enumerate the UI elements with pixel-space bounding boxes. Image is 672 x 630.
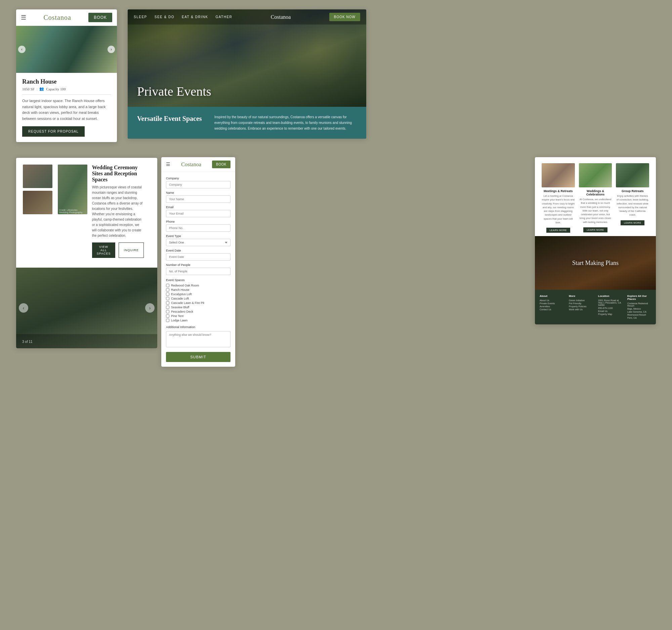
spaces-label: Event Spaces xyxy=(166,278,231,282)
mobile-card: ☰ Costanoa BOOK ‹ › Ranch House 1050 SF … xyxy=(16,9,117,142)
nav-gather[interactable]: GATHER xyxy=(215,15,232,19)
space-checkbox-3[interactable] xyxy=(166,297,169,300)
form-hamburger-icon[interactable]: ☰ xyxy=(166,161,170,167)
venue-icon: 👥 xyxy=(39,86,44,91)
space-checkbox-7[interactable] xyxy=(166,314,169,318)
event-card-btn-1[interactable]: LEARN MORE xyxy=(583,227,607,232)
additional-textarea[interactable] xyxy=(166,331,231,347)
form-header: ☰ Costanoa BOOK xyxy=(161,157,235,172)
checkbox-row-7: Pine Tent xyxy=(166,314,231,318)
spaces-checkboxes: Redwood Oak Room Ranch House Eucalyptus … xyxy=(166,284,231,322)
email-input[interactable] xyxy=(166,210,231,217)
footer-explore-link-3[interactable]: Riverwood Resort xyxy=(627,314,651,316)
slider-prev-button[interactable]: ‹ xyxy=(19,303,28,313)
footer-about-link-0[interactable]: About Us xyxy=(539,299,563,302)
footer-phone[interactable]: 650-879-1100 xyxy=(598,307,622,309)
checkbox-row-0: Redwood Oak Room xyxy=(166,284,231,287)
footer-about-link-3[interactable]: Contact Us xyxy=(539,308,563,311)
footer-explore-link-0[interactable]: Costanoa Redwood Resort xyxy=(627,302,651,307)
space-label-6: Pescadero Deck xyxy=(171,310,193,313)
footer-more-title: More xyxy=(569,295,593,298)
photo-credit: Credit: Lifestories Wedding Photography xyxy=(59,209,87,213)
footer-explore-link-4[interactable]: Fern, CA xyxy=(627,317,651,319)
image-prev-button[interactable]: ‹ xyxy=(18,46,26,53)
num-people-input[interactable] xyxy=(166,268,231,275)
rfp-button[interactable]: REQUEST FOR PROPOSAL xyxy=(22,126,85,137)
slider-next-button[interactable]: › xyxy=(145,303,154,313)
event-card-image-0 xyxy=(542,163,575,187)
checkbox-row-2: Eucalyptus Loft xyxy=(166,293,231,296)
form-body: Company Name Email Phone Event Type Sele… xyxy=(161,172,235,367)
event-card-btn-2[interactable]: LEARN MORE xyxy=(621,220,644,225)
venue-title: Ranch House xyxy=(22,78,111,85)
wedding-top: Credit: Lifestories Wedding Photography … xyxy=(16,158,157,267)
footer-map[interactable]: Property Map xyxy=(598,313,622,315)
footer-about-link-1[interactable]: Private Events xyxy=(539,302,563,305)
footer-explore-link-1[interactable]: Baja, Mexico xyxy=(627,308,651,310)
wedding-image-small-2 xyxy=(23,191,52,214)
mobile-card-body: Ranch House 1050 SF | 👥 Capacity 100 Our… xyxy=(16,73,117,142)
wedding-text-content: Wedding Ceremony Sites and Reception Spa… xyxy=(87,165,150,262)
space-checkbox-5[interactable] xyxy=(166,306,169,309)
event-card-title-0: Meetings & Retreats xyxy=(542,190,575,193)
checkbox-row-6: Pescadero Deck xyxy=(166,310,231,313)
space-checkbox-4[interactable] xyxy=(166,301,169,305)
inquire-button[interactable]: INQUIRE xyxy=(119,243,144,258)
footer-email[interactable]: Email Us xyxy=(598,310,622,312)
event-date-input[interactable] xyxy=(166,253,231,260)
space-label-8: Lodge Lawn xyxy=(171,319,188,322)
mobile-book-button[interactable]: BOOK xyxy=(88,13,112,22)
space-checkbox-2[interactable] xyxy=(166,293,169,296)
hero-teal-title: Versatile Event Spaces xyxy=(137,114,204,123)
venue-image-inner xyxy=(16,26,117,73)
checkbox-row-1: Ranch House xyxy=(166,288,231,292)
slide-indicator: 3 of 11 xyxy=(22,340,32,344)
event-card-0: Meetings & Retreats Let a meeting at Cos… xyxy=(539,163,577,233)
event-card-desc-0: Let a meeting at Costanoa inspire your t… xyxy=(542,194,575,224)
wedding-images-column xyxy=(23,165,52,262)
space-checkbox-6[interactable] xyxy=(166,310,169,313)
nav-see-do[interactable]: SEE & DO xyxy=(154,15,174,19)
event-type-label: Event Type xyxy=(166,234,231,238)
hero-book-button[interactable]: BOOK NOW xyxy=(329,13,360,21)
wedding-section: Credit: Lifestories Wedding Photography … xyxy=(16,158,157,348)
space-checkbox-0[interactable] xyxy=(166,284,169,287)
event-card-title-1: Weddings & Celebrations xyxy=(579,190,612,196)
checkbox-row-4: Cascade Lawn & Fire Pit xyxy=(166,301,231,305)
hamburger-icon[interactable]: ☰ xyxy=(21,14,26,21)
event-card-image-1 xyxy=(579,163,612,187)
footer-more-link-0[interactable]: Green Initiative xyxy=(569,299,593,302)
name-input[interactable] xyxy=(166,196,231,203)
contact-form-panel: ☰ Costanoa BOOK Company Name Email Phone… xyxy=(161,157,235,367)
event-cards-row: Meetings & Retreats Let a meeting at Cos… xyxy=(535,157,656,236)
footer-explore-col: Explore All Our Places Costanoa Redwood … xyxy=(627,295,651,320)
card-divider xyxy=(22,94,111,95)
nav-sleep[interactable]: SLEEP xyxy=(134,15,147,19)
wedding-buttons: VIEW ALL SPACES INQUIRE xyxy=(92,243,144,258)
event-card-1: Weddings & Celebrations At Costanoa, we … xyxy=(577,163,614,233)
footer-more-link-2[interactable]: Property Policies xyxy=(569,305,593,308)
space-label-1: Ranch House xyxy=(171,288,190,292)
footer-more-link-3[interactable]: Work with Us xyxy=(569,308,593,311)
view-spaces-button[interactable]: VIEW ALL SPACES xyxy=(92,243,116,258)
phone-input[interactable] xyxy=(166,224,231,232)
company-input[interactable] xyxy=(166,181,231,188)
form-book-button[interactable]: BOOK xyxy=(212,160,231,168)
event-type-select[interactable]: Select One xyxy=(166,239,231,246)
venue-capacity: Capacity 100 xyxy=(46,87,66,91)
footer-explore-link-2[interactable]: Lake Sonoma, CA xyxy=(627,311,651,313)
image-next-button[interactable]: › xyxy=(107,46,115,53)
space-label-0: Redwood Oak Room xyxy=(171,284,199,287)
event-date-label: Event Date xyxy=(166,249,231,252)
nav-eat-drink[interactable]: EAT & DRINK xyxy=(182,15,208,19)
hero-logo: Costanoa xyxy=(271,14,291,20)
footer-location-col: Location 2001 Rossi Road at Hwy 1 Pescad… xyxy=(598,295,622,320)
footer-about-link-2[interactable]: Amenities xyxy=(539,305,563,308)
submit-button[interactable]: SUBMIT xyxy=(166,352,231,362)
footer-more-link-1[interactable]: Pet Friendly xyxy=(569,302,593,305)
hero-teal-body: Inspired by the beauty of our natural su… xyxy=(214,114,357,131)
space-checkbox-1[interactable] xyxy=(166,288,169,292)
meta-separator: | xyxy=(37,87,37,91)
event-card-btn-0[interactable]: LEARN MORE xyxy=(546,228,570,233)
space-checkbox-8[interactable] xyxy=(166,319,169,322)
